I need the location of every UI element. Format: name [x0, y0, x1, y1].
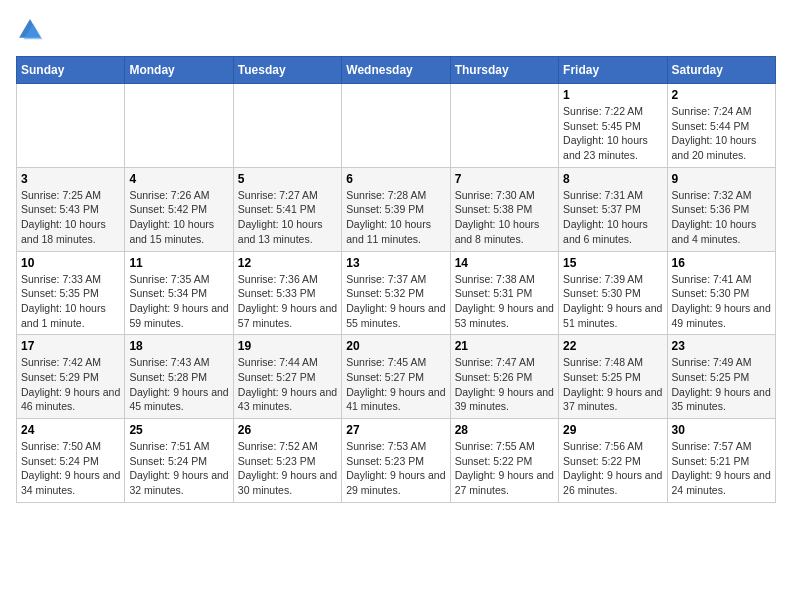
day-number: 1: [563, 88, 662, 102]
day-info: Sunrise: 7:50 AM Sunset: 5:24 PM Dayligh…: [21, 439, 120, 498]
day-info: Sunrise: 7:53 AM Sunset: 5:23 PM Dayligh…: [346, 439, 445, 498]
day-number: 10: [21, 256, 120, 270]
day-number: 26: [238, 423, 337, 437]
day-number: 25: [129, 423, 228, 437]
calendar-week-row: 3Sunrise: 7:25 AM Sunset: 5:43 PM Daylig…: [17, 167, 776, 251]
day-number: 24: [21, 423, 120, 437]
day-number: 9: [672, 172, 771, 186]
day-number: 8: [563, 172, 662, 186]
calendar-cell: 13Sunrise: 7:37 AM Sunset: 5:32 PM Dayli…: [342, 251, 450, 335]
calendar-header-row: SundayMondayTuesdayWednesdayThursdayFrid…: [17, 57, 776, 84]
calendar-week-row: 10Sunrise: 7:33 AM Sunset: 5:35 PM Dayli…: [17, 251, 776, 335]
day-info: Sunrise: 7:26 AM Sunset: 5:42 PM Dayligh…: [129, 188, 228, 247]
day-number: 20: [346, 339, 445, 353]
calendar-cell: 8Sunrise: 7:31 AM Sunset: 5:37 PM Daylig…: [559, 167, 667, 251]
day-number: 6: [346, 172, 445, 186]
day-info: Sunrise: 7:49 AM Sunset: 5:25 PM Dayligh…: [672, 355, 771, 414]
day-number: 18: [129, 339, 228, 353]
day-number: 2: [672, 88, 771, 102]
calendar-cell: 6Sunrise: 7:28 AM Sunset: 5:39 PM Daylig…: [342, 167, 450, 251]
calendar-cell: 4Sunrise: 7:26 AM Sunset: 5:42 PM Daylig…: [125, 167, 233, 251]
day-info: Sunrise: 7:30 AM Sunset: 5:38 PM Dayligh…: [455, 188, 554, 247]
calendar-cell: 25Sunrise: 7:51 AM Sunset: 5:24 PM Dayli…: [125, 419, 233, 503]
calendar-cell: [125, 84, 233, 168]
day-info: Sunrise: 7:47 AM Sunset: 5:26 PM Dayligh…: [455, 355, 554, 414]
day-info: Sunrise: 7:32 AM Sunset: 5:36 PM Dayligh…: [672, 188, 771, 247]
page-header: [16, 16, 776, 44]
day-number: 17: [21, 339, 120, 353]
day-info: Sunrise: 7:56 AM Sunset: 5:22 PM Dayligh…: [563, 439, 662, 498]
day-number: 22: [563, 339, 662, 353]
column-header-thursday: Thursday: [450, 57, 558, 84]
day-info: Sunrise: 7:44 AM Sunset: 5:27 PM Dayligh…: [238, 355, 337, 414]
calendar-cell: 7Sunrise: 7:30 AM Sunset: 5:38 PM Daylig…: [450, 167, 558, 251]
day-number: 11: [129, 256, 228, 270]
day-info: Sunrise: 7:24 AM Sunset: 5:44 PM Dayligh…: [672, 104, 771, 163]
logo-icon: [16, 16, 44, 44]
day-info: Sunrise: 7:39 AM Sunset: 5:30 PM Dayligh…: [563, 272, 662, 331]
calendar-cell: 17Sunrise: 7:42 AM Sunset: 5:29 PM Dayli…: [17, 335, 125, 419]
calendar-cell: 10Sunrise: 7:33 AM Sunset: 5:35 PM Dayli…: [17, 251, 125, 335]
day-number: 27: [346, 423, 445, 437]
calendar-cell: 3Sunrise: 7:25 AM Sunset: 5:43 PM Daylig…: [17, 167, 125, 251]
calendar-week-row: 1Sunrise: 7:22 AM Sunset: 5:45 PM Daylig…: [17, 84, 776, 168]
calendar-cell: 30Sunrise: 7:57 AM Sunset: 5:21 PM Dayli…: [667, 419, 775, 503]
calendar-cell: 20Sunrise: 7:45 AM Sunset: 5:27 PM Dayli…: [342, 335, 450, 419]
calendar-week-row: 24Sunrise: 7:50 AM Sunset: 5:24 PM Dayli…: [17, 419, 776, 503]
column-header-sunday: Sunday: [17, 57, 125, 84]
day-info: Sunrise: 7:28 AM Sunset: 5:39 PM Dayligh…: [346, 188, 445, 247]
day-number: 28: [455, 423, 554, 437]
day-number: 16: [672, 256, 771, 270]
day-number: 5: [238, 172, 337, 186]
calendar-cell: 21Sunrise: 7:47 AM Sunset: 5:26 PM Dayli…: [450, 335, 558, 419]
day-info: Sunrise: 7:52 AM Sunset: 5:23 PM Dayligh…: [238, 439, 337, 498]
day-info: Sunrise: 7:48 AM Sunset: 5:25 PM Dayligh…: [563, 355, 662, 414]
calendar-cell: [342, 84, 450, 168]
calendar-cell: 9Sunrise: 7:32 AM Sunset: 5:36 PM Daylig…: [667, 167, 775, 251]
column-header-monday: Monday: [125, 57, 233, 84]
calendar-cell: 29Sunrise: 7:56 AM Sunset: 5:22 PM Dayli…: [559, 419, 667, 503]
day-info: Sunrise: 7:35 AM Sunset: 5:34 PM Dayligh…: [129, 272, 228, 331]
day-info: Sunrise: 7:43 AM Sunset: 5:28 PM Dayligh…: [129, 355, 228, 414]
day-info: Sunrise: 7:33 AM Sunset: 5:35 PM Dayligh…: [21, 272, 120, 331]
day-info: Sunrise: 7:55 AM Sunset: 5:22 PM Dayligh…: [455, 439, 554, 498]
day-number: 29: [563, 423, 662, 437]
day-number: 13: [346, 256, 445, 270]
day-number: 7: [455, 172, 554, 186]
day-number: 23: [672, 339, 771, 353]
day-info: Sunrise: 7:22 AM Sunset: 5:45 PM Dayligh…: [563, 104, 662, 163]
day-info: Sunrise: 7:38 AM Sunset: 5:31 PM Dayligh…: [455, 272, 554, 331]
calendar-cell: 24Sunrise: 7:50 AM Sunset: 5:24 PM Dayli…: [17, 419, 125, 503]
calendar-cell: 12Sunrise: 7:36 AM Sunset: 5:33 PM Dayli…: [233, 251, 341, 335]
day-number: 30: [672, 423, 771, 437]
calendar-cell: 15Sunrise: 7:39 AM Sunset: 5:30 PM Dayli…: [559, 251, 667, 335]
calendar-cell: 19Sunrise: 7:44 AM Sunset: 5:27 PM Dayli…: [233, 335, 341, 419]
column-header-friday: Friday: [559, 57, 667, 84]
day-number: 15: [563, 256, 662, 270]
calendar-cell: 1Sunrise: 7:22 AM Sunset: 5:45 PM Daylig…: [559, 84, 667, 168]
calendar-cell: 27Sunrise: 7:53 AM Sunset: 5:23 PM Dayli…: [342, 419, 450, 503]
calendar-cell: 18Sunrise: 7:43 AM Sunset: 5:28 PM Dayli…: [125, 335, 233, 419]
calendar-cell: 16Sunrise: 7:41 AM Sunset: 5:30 PM Dayli…: [667, 251, 775, 335]
day-number: 12: [238, 256, 337, 270]
day-info: Sunrise: 7:41 AM Sunset: 5:30 PM Dayligh…: [672, 272, 771, 331]
day-info: Sunrise: 7:25 AM Sunset: 5:43 PM Dayligh…: [21, 188, 120, 247]
calendar-cell: 26Sunrise: 7:52 AM Sunset: 5:23 PM Dayli…: [233, 419, 341, 503]
day-number: 3: [21, 172, 120, 186]
column-header-tuesday: Tuesday: [233, 57, 341, 84]
calendar-cell: 5Sunrise: 7:27 AM Sunset: 5:41 PM Daylig…: [233, 167, 341, 251]
calendar-table: SundayMondayTuesdayWednesdayThursdayFrid…: [16, 56, 776, 503]
day-number: 4: [129, 172, 228, 186]
day-info: Sunrise: 7:31 AM Sunset: 5:37 PM Dayligh…: [563, 188, 662, 247]
calendar-cell: [17, 84, 125, 168]
calendar-cell: 14Sunrise: 7:38 AM Sunset: 5:31 PM Dayli…: [450, 251, 558, 335]
calendar-week-row: 17Sunrise: 7:42 AM Sunset: 5:29 PM Dayli…: [17, 335, 776, 419]
day-info: Sunrise: 7:51 AM Sunset: 5:24 PM Dayligh…: [129, 439, 228, 498]
day-number: 14: [455, 256, 554, 270]
day-info: Sunrise: 7:27 AM Sunset: 5:41 PM Dayligh…: [238, 188, 337, 247]
column-header-saturday: Saturday: [667, 57, 775, 84]
day-info: Sunrise: 7:57 AM Sunset: 5:21 PM Dayligh…: [672, 439, 771, 498]
calendar-cell: 11Sunrise: 7:35 AM Sunset: 5:34 PM Dayli…: [125, 251, 233, 335]
day-number: 19: [238, 339, 337, 353]
calendar-cell: [450, 84, 558, 168]
